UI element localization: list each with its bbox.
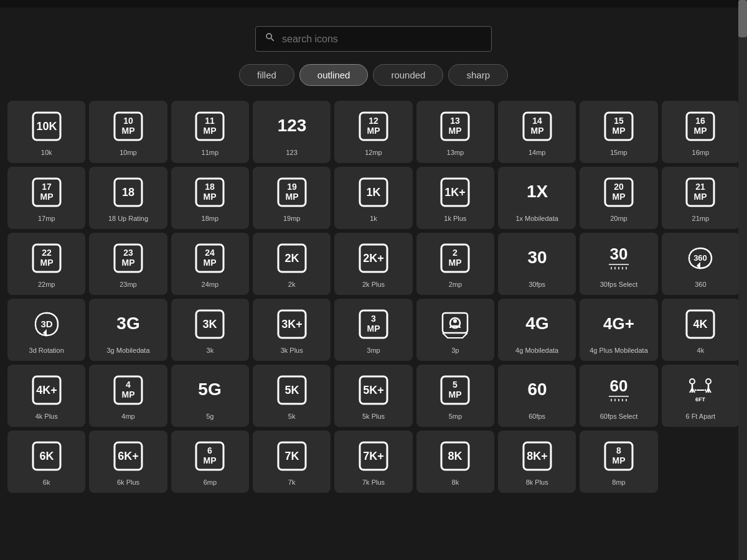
icon-cell-8mp[interactable]: 8 MP 8mp bbox=[580, 431, 657, 493]
icon-cell-8k[interactable]: 8K 8k bbox=[416, 431, 494, 493]
icon-cell-10k[interactable]: 10K 10k bbox=[7, 101, 85, 163]
icon-cell-360[interactable]: 360 360 bbox=[662, 233, 740, 295]
tab-filled[interactable]: filled bbox=[239, 64, 294, 86]
icon-cell-3k-plus[interactable]: 3K+ 3k Plus bbox=[253, 299, 331, 361]
icon-label-10k: 10k bbox=[41, 149, 52, 157]
icon-cell-13mp[interactable]: 13 MP 13mp bbox=[416, 101, 494, 163]
icon-cell-60fps-select[interactable]: 60 60fps Select bbox=[580, 365, 657, 427]
icon-cell-5g[interactable]: 5G 5g bbox=[171, 365, 249, 427]
icon-cell-16mp[interactable]: 16 MP 16mp bbox=[662, 101, 740, 163]
icon-10k: 10K bbox=[28, 108, 65, 145]
icon-3g-mobiledata: 3G bbox=[110, 306, 147, 343]
icon-cell-6ft-apart[interactable]: 6FT 6 Ft Apart bbox=[662, 365, 740, 427]
icon-cell-15mp[interactable]: 15 MP 15mp bbox=[580, 101, 657, 163]
svg-marker-119 bbox=[695, 389, 697, 391]
svg-text:7K: 7K bbox=[284, 450, 299, 462]
icon-4k: 4K bbox=[682, 306, 719, 343]
icon-cell-22mp[interactable]: 22 MP 22mp bbox=[7, 233, 85, 295]
scrollbar-thumb[interactable] bbox=[738, 0, 747, 37]
svg-text:4K+: 4K+ bbox=[36, 384, 57, 396]
icon-5mp: 5 MP bbox=[436, 371, 474, 409]
icon-cell-7k-plus[interactable]: 7K+ 7k Plus bbox=[334, 431, 412, 493]
icon-label-6mp: 6mp bbox=[204, 478, 217, 487]
icon-cell-11mp[interactable]: 11 MP 11mp bbox=[171, 101, 249, 163]
icon-cell-18mp[interactable]: 18 MP 18mp bbox=[171, 167, 249, 229]
icon-cell-21mp[interactable]: 21 MP 21mp bbox=[662, 167, 740, 229]
icon-cell-3k[interactable]: 3K 3k bbox=[171, 299, 249, 361]
icon-cell-12mp[interactable]: 12 MP 12mp bbox=[334, 101, 412, 163]
icon-cell-10mp[interactable]: 10 MP 10mp bbox=[89, 101, 167, 163]
svg-text:MP: MP bbox=[612, 192, 625, 202]
icon-cell-30fps[interactable]: 30 30fps bbox=[498, 233, 576, 295]
icon-cell-1k[interactable]: 1K 1k bbox=[334, 167, 412, 229]
tab-sharp[interactable]: sharp bbox=[448, 64, 508, 86]
svg-text:30: 30 bbox=[527, 248, 547, 267]
svg-text:2K+: 2K+ bbox=[363, 252, 384, 264]
scrollbar[interactable] bbox=[738, 0, 747, 560]
icon-cell-6mp[interactable]: 6 MP 6mp bbox=[171, 431, 249, 493]
icon-cell-5mp[interactable]: 5 MP 5mp bbox=[416, 365, 494, 427]
icon-label-30fps-select: 30fps Select bbox=[600, 281, 638, 289]
icon-cell-2k[interactable]: 2K 2k bbox=[253, 233, 331, 295]
icon-label-6ft-apart: 6 Ft Apart bbox=[685, 413, 715, 421]
svg-point-110 bbox=[690, 379, 695, 384]
icon-cell-4mp[interactable]: 4 MP 4mp bbox=[89, 365, 167, 427]
icon-cell-1x-mobiledata[interactable]: 1X 1x Mobiledata bbox=[498, 167, 576, 229]
svg-text:MP: MP bbox=[121, 126, 134, 136]
svg-text:123: 123 bbox=[277, 116, 306, 135]
icon-cell-23mp[interactable]: 23 MP 23mp bbox=[89, 233, 167, 295]
tab-outlined[interactable]: outlined bbox=[299, 64, 369, 86]
icon-cell-4g-plus[interactable]: 4G+ 4g Plus Mobiledata bbox=[580, 299, 657, 361]
icon-cell-3mp[interactable]: 3 MP 3mp bbox=[334, 299, 412, 361]
icon-cell-5k[interactable]: 5K 5k bbox=[253, 365, 331, 427]
svg-text:4K: 4K bbox=[693, 318, 708, 330]
svg-text:MP: MP bbox=[121, 258, 134, 268]
svg-text:6FT: 6FT bbox=[695, 396, 706, 403]
icon-cell-3p[interactable]: 3p bbox=[416, 299, 494, 361]
icon-1k: 1K bbox=[355, 174, 392, 211]
icon-label-14mp: 14mp bbox=[529, 149, 546, 157]
icon-cell-6k[interactable]: 6K 6k bbox=[7, 431, 85, 493]
svg-text:6K: 6K bbox=[39, 450, 54, 462]
icon-cell-17mp[interactable]: 17 MP 17mp bbox=[7, 167, 85, 229]
tab-rounded[interactable]: rounded bbox=[373, 64, 443, 86]
svg-text:5G: 5G bbox=[199, 380, 222, 399]
icon-11mp: 11 MP bbox=[191, 108, 228, 145]
icon-cell-2k-plus[interactable]: 2K+ 2k Plus bbox=[334, 233, 412, 295]
icon-cell-1k-plus[interactable]: 1K+ 1k Plus bbox=[416, 167, 494, 229]
icon-cell-6k-plus[interactable]: 6K+ 6k Plus bbox=[89, 431, 167, 493]
icon-cell-7k[interactable]: 7K 7k bbox=[253, 431, 331, 493]
search-input[interactable] bbox=[282, 34, 482, 45]
icon-6k: 6K bbox=[28, 437, 65, 475]
icon-label-15mp: 15mp bbox=[610, 149, 627, 157]
icon-cell-5k-plus[interactable]: 5K+ 5k Plus bbox=[334, 365, 412, 427]
icon-cell-60fps[interactable]: 60 60fps bbox=[498, 365, 576, 427]
svg-text:10: 10 bbox=[123, 116, 133, 126]
icon-cell-123[interactable]: 123 123 bbox=[253, 101, 331, 163]
svg-text:60: 60 bbox=[527, 380, 547, 399]
icon-cell-4k-plus[interactable]: 4K+ 4k Plus bbox=[7, 365, 85, 427]
icon-cell-2mp[interactable]: 2 MP 2mp bbox=[416, 233, 494, 295]
icon-cell-20mp[interactable]: 20 MP 20mp bbox=[580, 167, 657, 229]
icon-cell-30fps-select[interactable]: 30 30fps Select bbox=[580, 233, 657, 295]
svg-text:4G+: 4G+ bbox=[603, 314, 634, 333]
icon-cell-4k[interactable]: 4K 4k bbox=[662, 299, 740, 361]
icon-13mp: 13 MP bbox=[436, 108, 474, 145]
icon-cell-3g-mobiledata[interactable]: 3G 3g Mobiledata bbox=[89, 299, 167, 361]
icon-5k-plus: 5K+ bbox=[355, 371, 392, 409]
icon-cell-8k-plus[interactable]: 8K+ 8k Plus bbox=[498, 431, 576, 493]
svg-text:MP: MP bbox=[612, 455, 625, 465]
top-bar bbox=[0, 0, 747, 7]
icon-cell-3d-rotation[interactable]: 3D 3d Rotation bbox=[7, 299, 85, 361]
svg-text:MP: MP bbox=[449, 126, 462, 136]
svg-text:MP: MP bbox=[694, 126, 707, 136]
icon-cell-24mp[interactable]: 24 MP 24mp bbox=[171, 233, 249, 295]
icon-cell-18-up-rating[interactable]: 18 18 Up Rating bbox=[89, 167, 167, 229]
icon-cell-14mp[interactable]: 14 MP 14mp bbox=[498, 101, 576, 163]
icon-cell-19mp[interactable]: 19 MP 19mp bbox=[253, 167, 331, 229]
icon-cell-4g-mobiledata[interactable]: 4G 4g Mobiledata bbox=[498, 299, 576, 361]
icon-19mp: 19 MP bbox=[273, 174, 311, 211]
icon-label-12mp: 12mp bbox=[365, 149, 382, 157]
icon-30fps-select: 30 bbox=[600, 240, 637, 277]
icon-label-5k: 5k bbox=[288, 413, 296, 421]
